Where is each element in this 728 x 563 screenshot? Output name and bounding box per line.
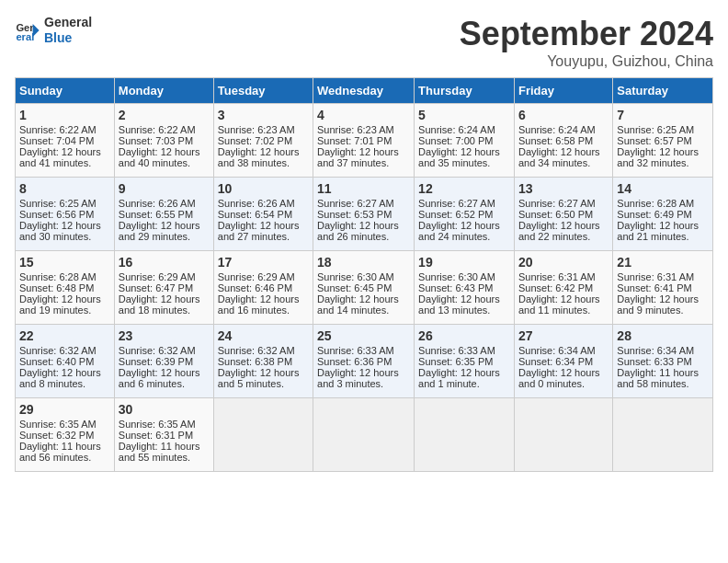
sunrise: Sunrise: 6:32 AM: [19, 345, 97, 356]
daylight-label: Daylight: 12 hours and 8 minutes.: [19, 367, 101, 389]
calendar-cell: [415, 398, 515, 472]
sunrise: Sunrise: 6:22 AM: [19, 124, 97, 135]
calendar-cell: 13Sunrise: 6:27 AMSunset: 6:50 PMDayligh…: [514, 178, 612, 251]
calendar-header-row: SundayMondayTuesdayWednesdayThursdayFrid…: [16, 78, 713, 104]
sunrise: Sunrise: 6:26 AM: [218, 198, 295, 209]
sunrise: Sunrise: 6:31 AM: [518, 271, 596, 282]
daylight-label: Daylight: 11 hours and 56 minutes.: [19, 441, 101, 463]
sunset: Sunset: 6:57 PM: [617, 135, 691, 146]
day-number: 16: [119, 255, 210, 270]
header-saturday: Saturday: [613, 78, 713, 104]
sunset: Sunset: 6:46 PM: [218, 282, 292, 293]
day-number: 23: [119, 328, 210, 343]
day-number: 25: [317, 328, 410, 343]
sunset: Sunset: 6:35 PM: [418, 356, 493, 367]
calendar-cell: [313, 398, 415, 472]
sunset: Sunset: 6:54 PM: [218, 209, 292, 220]
daylight-label: Daylight: 12 hours and 1 minute.: [418, 367, 500, 389]
header-friday: Friday: [514, 78, 612, 104]
day-number: 26: [418, 328, 510, 343]
day-number: 21: [617, 255, 709, 270]
header-monday: Monday: [114, 78, 213, 104]
day-number: 28: [617, 328, 709, 343]
daylight-label: Daylight: 12 hours and 22 minutes.: [518, 220, 600, 242]
daylight-label: Daylight: 12 hours and 3 minutes.: [317, 367, 399, 389]
calendar-cell: 17Sunrise: 6:29 AMSunset: 6:46 PMDayligh…: [213, 251, 313, 325]
day-number: 27: [518, 328, 609, 343]
calendar-cell: 1Sunrise: 6:22 AMSunset: 7:04 PMDaylight…: [16, 104, 115, 178]
calendar-cell: 8Sunrise: 6:25 AMSunset: 6:56 PMDaylight…: [16, 178, 115, 251]
sunrise: Sunrise: 6:35 AM: [119, 419, 196, 430]
header-tuesday: Tuesday: [213, 78, 313, 104]
calendar-cell: [514, 398, 612, 472]
sunrise: Sunrise: 6:24 AM: [518, 124, 596, 135]
calendar-cell: 25Sunrise: 6:33 AMSunset: 6:36 PMDayligh…: [313, 325, 415, 398]
daylight-label: Daylight: 12 hours and 5 minutes.: [218, 367, 300, 389]
calendar-cell: 14Sunrise: 6:28 AMSunset: 6:49 PMDayligh…: [613, 178, 713, 251]
sunset: Sunset: 7:00 PM: [418, 135, 493, 146]
calendar-cell: 28Sunrise: 6:34 AMSunset: 6:33 PMDayligh…: [613, 325, 713, 398]
sunrise: Sunrise: 6:30 AM: [418, 271, 495, 282]
day-number: 20: [518, 255, 609, 270]
sunset: Sunset: 6:39 PM: [119, 356, 193, 367]
sunrise: Sunrise: 6:23 AM: [317, 124, 394, 135]
daylight-label: Daylight: 12 hours and 9 minutes.: [617, 293, 699, 316]
calendar-cell: 11Sunrise: 6:27 AMSunset: 6:53 PMDayligh…: [313, 178, 415, 251]
calendar-cell: 16Sunrise: 6:29 AMSunset: 6:47 PMDayligh…: [114, 251, 213, 325]
calendar-cell: 6Sunrise: 6:24 AMSunset: 6:58 PMDaylight…: [514, 104, 612, 178]
calendar-cell: 19Sunrise: 6:30 AMSunset: 6:43 PMDayligh…: [415, 251, 515, 325]
sunset: Sunset: 6:34 PM: [518, 356, 593, 367]
day-number: 19: [418, 255, 510, 270]
day-number: 5: [418, 108, 510, 122]
sunset: Sunset: 6:47 PM: [119, 282, 193, 293]
sunrise: Sunrise: 6:31 AM: [617, 271, 694, 282]
header-sunday: Sunday: [16, 78, 115, 104]
sunset: Sunset: 6:55 PM: [119, 209, 193, 220]
sunrise: Sunrise: 6:25 AM: [617, 124, 694, 135]
day-number: 29: [19, 402, 110, 417]
calendar-week-row: 22Sunrise: 6:32 AMSunset: 6:40 PMDayligh…: [16, 325, 713, 398]
sunrise: Sunrise: 6:32 AM: [218, 345, 295, 356]
daylight-label: Daylight: 12 hours and 16 minutes.: [218, 293, 300, 316]
calendar-table: SundayMondayTuesdayWednesdayThursdayFrid…: [15, 77, 713, 472]
calendar-cell: [613, 398, 713, 472]
sunset: Sunset: 6:41 PM: [617, 282, 691, 293]
day-number: 12: [418, 181, 510, 196]
sunrise: Sunrise: 6:27 AM: [317, 198, 394, 209]
sunset: Sunset: 6:33 PM: [617, 356, 691, 367]
day-number: 11: [317, 181, 410, 196]
sunrise: Sunrise: 6:24 AM: [418, 124, 495, 135]
sunrise: Sunrise: 6:34 AM: [617, 345, 694, 356]
page-header: Gen eral General Blue September 2024 You…: [15, 15, 713, 70]
daylight-label: Daylight: 12 hours and 11 minutes.: [518, 293, 600, 316]
sunrise: Sunrise: 6:33 AM: [317, 345, 394, 356]
sunrise: Sunrise: 6:28 AM: [617, 198, 694, 209]
calendar-cell: 29Sunrise: 6:35 AMSunset: 6:32 PMDayligh…: [16, 398, 115, 472]
daylight-label: Daylight: 12 hours and 19 minutes.: [19, 293, 101, 316]
day-number: 30: [119, 402, 210, 417]
sunrise: Sunrise: 6:27 AM: [418, 198, 495, 209]
sunset: Sunset: 6:31 PM: [119, 430, 193, 441]
sunset: Sunset: 6:36 PM: [317, 356, 392, 367]
calendar-cell: 9Sunrise: 6:26 AMSunset: 6:55 PMDaylight…: [114, 178, 213, 251]
daylight-label: Daylight: 11 hours and 55 minutes.: [119, 441, 200, 463]
daylight-label: Daylight: 12 hours and 21 minutes.: [617, 220, 699, 242]
sunrise: Sunrise: 6:22 AM: [119, 124, 196, 135]
logo: Gen eral General Blue: [15, 15, 92, 46]
calendar-week-row: 29Sunrise: 6:35 AMSunset: 6:32 PMDayligh…: [16, 398, 713, 472]
day-number: 14: [617, 181, 709, 196]
sunset: Sunset: 7:02 PM: [218, 135, 292, 146]
day-number: 17: [218, 255, 309, 270]
calendar-cell: 3Sunrise: 6:23 AMSunset: 7:02 PMDaylight…: [213, 104, 313, 178]
calendar-cell: 26Sunrise: 6:33 AMSunset: 6:35 PMDayligh…: [415, 325, 515, 398]
sunrise: Sunrise: 6:33 AM: [418, 345, 495, 356]
day-number: 9: [119, 181, 210, 196]
sunset: Sunset: 6:42 PM: [518, 282, 593, 293]
sunrise: Sunrise: 6:23 AM: [218, 124, 295, 135]
sunset: Sunset: 6:32 PM: [19, 430, 94, 441]
day-number: 6: [518, 108, 609, 122]
title-area: September 2024 Youyupu, Guizhou, China: [460, 15, 713, 70]
sunset: Sunset: 7:04 PM: [19, 135, 94, 146]
calendar-cell: 22Sunrise: 6:32 AMSunset: 6:40 PMDayligh…: [16, 325, 115, 398]
daylight-label: Daylight: 12 hours and 37 minutes.: [317, 146, 399, 168]
